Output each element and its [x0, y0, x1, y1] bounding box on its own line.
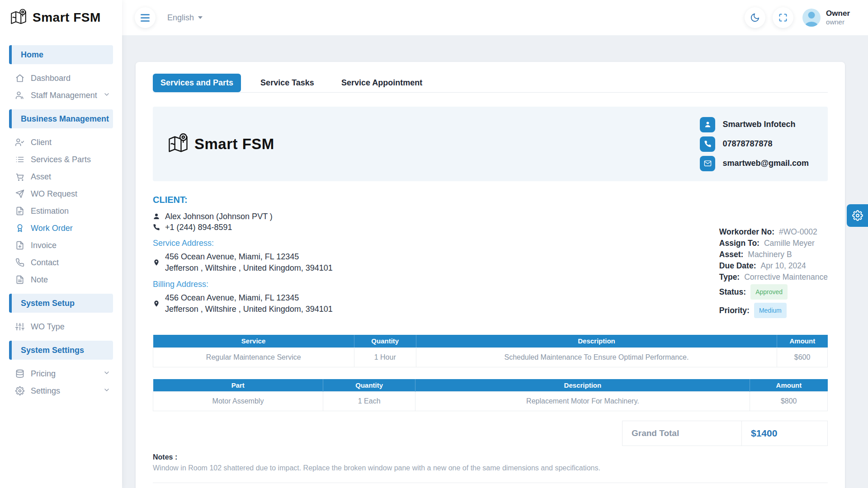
language-selector[interactable]: English: [167, 13, 203, 23]
parts-table: Part Quantity Description Amount Motor A…: [153, 379, 828, 412]
send-icon: [15, 189, 24, 198]
tab-service-tasks[interactable]: Service Tasks: [253, 74, 322, 92]
part-quantity-cell: 1 Each: [323, 392, 415, 411]
sidebar-item-asset[interactable]: Asset: [0, 168, 122, 185]
sidebar-item-client[interactable]: Client: [0, 134, 122, 151]
sidebar-section-system-settings[interactable]: System Settings: [9, 341, 113, 360]
company-name-row: Smartweb Infotech: [693, 117, 809, 132]
menu-icon: [141, 14, 150, 22]
phone-icon: [15, 258, 24, 267]
sidebar-section-system-setup[interactable]: System Setup: [9, 294, 113, 313]
billing-address-line1: 456 Ocean Avenue, Miami, FL 12345: [165, 292, 333, 304]
tab-bar: Services and Parts Service Tasks Service…: [153, 74, 828, 93]
tab-service-appointment[interactable]: Service Appointment: [334, 74, 430, 92]
caret-down-icon: [198, 16, 203, 19]
company-phone: 07878787878: [722, 139, 772, 149]
notes-text: Window in Room 102 shattered due to impa…: [153, 464, 828, 472]
fullscreen-icon: [778, 13, 788, 22]
notes-label: Notes :: [153, 453, 828, 461]
chevron-down-icon: [103, 91, 110, 100]
sidebar-nav: Home Dashboard Staff Management Business…: [0, 35, 122, 399]
status-row: Status: Approved: [719, 283, 828, 301]
fullscreen-button[interactable]: [773, 7, 793, 28]
gear-icon: [852, 210, 863, 221]
note-icon: [15, 275, 24, 284]
parts-table-header: Part Quantity Description Amount: [153, 379, 828, 392]
location-pin-icon: [153, 259, 160, 266]
users-icon: [15, 91, 24, 100]
sidebar-item-pricing[interactable]: Pricing: [0, 365, 122, 382]
info-row: CLIENT: Alex Johnson (Johnson PVT ) +1 (…: [153, 195, 828, 320]
sidebar-item-note[interactable]: WO Type Note: [0, 271, 122, 288]
menu-toggle-button[interactable]: [135, 7, 156, 28]
invoice-brand-name: Smart FSM: [194, 136, 274, 153]
chevron-down-icon: [103, 386, 110, 396]
sidebar-item-estimation[interactable]: Estimation: [0, 202, 122, 220]
company-name: Smartweb Infotech: [722, 120, 795, 129]
priority-row: Priority: Medium: [719, 301, 828, 319]
company-email: smartweb@gmail.com: [722, 159, 809, 168]
topbar: English Owner owner: [122, 0, 868, 35]
service-address-label: Service Address:: [153, 239, 333, 248]
sidebar-item-settings[interactable]: Settings: [0, 382, 122, 399]
table-row: Regular Maintenance Service 1 Hour Sched…: [153, 347, 828, 367]
due-date-value: Apr 10, 2024: [761, 260, 806, 271]
assign-to-row: Assign To: Camille Meyer: [719, 238, 828, 249]
sidebar-item-staff-management[interactable]: Staff Management: [0, 87, 122, 104]
phone-icon: [700, 136, 715, 152]
app-logo[interactable]: Smart FSM: [0, 0, 122, 35]
grand-total-label: Grand Total: [623, 421, 742, 446]
company-contact: Smartweb Infotech 07878787878: [693, 117, 809, 171]
avatar[interactable]: [802, 9, 821, 27]
service-quantity-cell: 1 Hour: [354, 347, 416, 367]
map-logo-icon: [9, 8, 28, 27]
dark-mode-button[interactable]: [745, 7, 765, 28]
service-address-line1: 456 Ocean Avenue, Miami, FL 12345: [165, 251, 333, 263]
sidebar: Smart FSM Home Dashboard Staff Managemen…: [0, 0, 122, 488]
grand-total-section: Grand Total $1400: [153, 421, 828, 446]
service-address-line2: Jefferson , Wiltshire , United Kingdom, …: [165, 263, 333, 274]
home-icon: [15, 74, 24, 83]
service-address: 456 Ocean Avenue, Miami, FL 12345 Jeffer…: [153, 251, 333, 274]
grand-total-value: $1400: [742, 421, 828, 446]
type-value: Corrective Maintenance: [744, 272, 828, 282]
user-name: Owner: [826, 9, 850, 18]
sidebar-item-work-order[interactable]: Work Order: [0, 220, 122, 237]
part-description-cell: Replacement Motor For Machinery.: [415, 392, 750, 411]
sidebar-item-wo-request[interactable]: WO Request: [0, 185, 122, 202]
grand-total-table: Grand Total $1400: [622, 421, 828, 446]
sidebar-item-invoice[interactable]: Invoice: [0, 237, 122, 254]
phone-icon: [153, 224, 160, 231]
sidebar-item-dashboard[interactable]: Dashboard: [0, 70, 122, 87]
client-section: CLIENT: Alex Johnson (Johnson PVT ) +1 (…: [153, 195, 333, 320]
service-name-cell: Regular Maintenance Service: [153, 347, 354, 367]
due-date-row: Due Date: Apr 10, 2024: [719, 260, 828, 271]
tab-services-and-parts[interactable]: Services and Parts: [153, 74, 241, 92]
app-root: Smart FSM Home Dashboard Staff Managemen…: [0, 0, 868, 488]
map-logo-icon: [166, 132, 190, 156]
workorder-no-row: Workorder No: #WO-0002: [719, 226, 828, 237]
services-table-header: Service Quantity Description Amount: [153, 335, 828, 347]
client-phone-row: +1 (244) 894-8591: [153, 222, 333, 233]
notes-section: Notes : Window in Room 102 shattered due…: [153, 453, 828, 472]
sidebar-item-wo-type[interactable]: WO Type: [0, 318, 122, 335]
sidebar-section-home[interactable]: Home: [9, 45, 113, 64]
asset-row: Asset: Machinery B: [719, 249, 828, 260]
envelope-icon: [700, 156, 715, 171]
file-icon: [15, 206, 24, 216]
award-icon: [15, 224, 24, 233]
service-amount-cell: $600: [777, 347, 828, 367]
invoice-header: Smart FSM Smartweb Infotech: [153, 107, 828, 181]
user-role: owner: [826, 18, 850, 26]
person-icon: [153, 213, 160, 220]
person-icon: [700, 117, 715, 132]
services-table: Service Quantity Description Amount Regu…: [153, 335, 828, 367]
main-area: English Owner owner S: [122, 0, 868, 488]
sliders-icon: [15, 322, 24, 331]
settings-panel-toggle[interactable]: [847, 204, 868, 227]
sidebar-item-contact[interactable]: Contact: [0, 254, 122, 271]
sidebar-section-business-management[interactable]: Business Management: [9, 109, 113, 128]
sidebar-item-services-parts[interactable]: Services & Parts: [0, 151, 122, 168]
billing-address: 456 Ocean Avenue, Miami, FL 12345 Jeffer…: [153, 292, 333, 315]
client-name: Alex Johnson (Johnson PVT ): [165, 211, 273, 222]
